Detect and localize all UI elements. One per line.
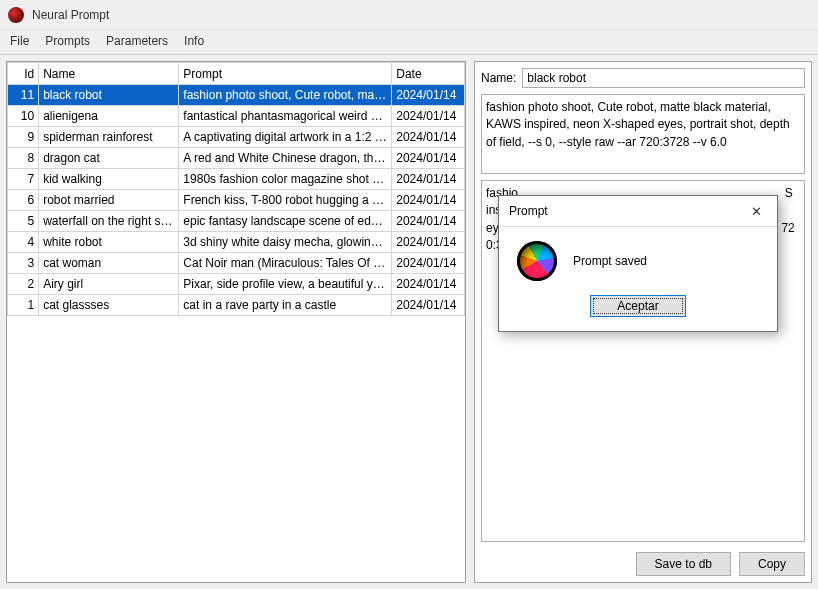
table-row[interactable]: 1cat glasssescat in a rave party in a ca… [8, 295, 465, 316]
cell-name[interactable]: cat glassses [39, 295, 179, 316]
table-row[interactable]: 7kid walking1980s fashion color magazine… [8, 169, 465, 190]
button-row: Save to db Copy [481, 552, 805, 576]
menu-prompts[interactable]: Prompts [39, 32, 96, 50]
cell-date[interactable]: 2024/01/14 [392, 274, 465, 295]
cell-id[interactable]: 4 [8, 232, 39, 253]
dialog-message: Prompt saved [573, 254, 647, 268]
header-name[interactable]: Name [39, 63, 179, 85]
dialog-footer: Aceptar [499, 291, 777, 331]
cell-id[interactable]: 2 [8, 274, 39, 295]
cell-prompt[interactable]: Cat Noir man (Miraculous: Tales Of Lady.… [179, 253, 392, 274]
cell-date[interactable]: 2024/01/14 [392, 148, 465, 169]
cell-name[interactable]: kid walking [39, 169, 179, 190]
cell-id[interactable]: 11 [8, 85, 39, 106]
prompt-saved-dialog: Prompt ✕ Prompt saved Aceptar [498, 195, 778, 332]
menu-file[interactable]: File [4, 32, 35, 50]
cell-date[interactable]: 2024/01/14 [392, 169, 465, 190]
dialog-icon [517, 241, 557, 281]
dialog-ok-button[interactable]: Aceptar [590, 295, 685, 317]
menu-info[interactable]: Info [178, 32, 210, 50]
cell-id[interactable]: 10 [8, 106, 39, 127]
cell-prompt[interactable]: 1980s fashion color magazine shot again.… [179, 169, 392, 190]
app-icon [8, 7, 24, 23]
menu-parameters[interactable]: Parameters [100, 32, 174, 50]
table-row[interactable]: 10alienigenafantastical phantasmagorical… [8, 106, 465, 127]
table-row[interactable]: 9spiderman rainforestA captivating digit… [8, 127, 465, 148]
cell-id[interactable]: 3 [8, 253, 39, 274]
titlebar: Neural Prompt [0, 0, 818, 30]
cell-date[interactable]: 2024/01/14 [392, 106, 465, 127]
cell-date[interactable]: 2024/01/14 [392, 232, 465, 253]
copy-button[interactable]: Copy [739, 552, 805, 576]
prompt-text-box[interactable]: fashion photo shoot, Cute robot, matte b… [481, 94, 805, 174]
table-row[interactable]: 6robot marriedFrench kiss, T-800 robot h… [8, 190, 465, 211]
cell-date[interactable]: 2024/01/14 [392, 295, 465, 316]
table-row[interactable]: 2Airy girlPixar, side profile view, a be… [8, 274, 465, 295]
name-label: Name: [481, 71, 516, 85]
cell-name[interactable]: waterfall on the right side [39, 211, 179, 232]
header-id[interactable]: Id [8, 63, 39, 85]
cell-prompt[interactable]: cat in a rave party in a castle [179, 295, 392, 316]
cell-prompt[interactable]: Pixar, side profile view, a beautiful yo… [179, 274, 392, 295]
cell-prompt[interactable]: A captivating digital artwork in a 1:2 a… [179, 127, 392, 148]
cell-id[interactable]: 6 [8, 190, 39, 211]
cell-prompt[interactable]: A red and White Chinese dragon, the dr..… [179, 148, 392, 169]
app-title: Neural Prompt [32, 8, 109, 22]
cell-name[interactable]: alienigena [39, 106, 179, 127]
table-row[interactable]: 8dragon catA red and White Chinese drago… [8, 148, 465, 169]
name-row: Name: [481, 68, 805, 88]
name-input[interactable] [522, 68, 805, 88]
table-row[interactable]: 5waterfall on the right sideepic fantasy… [8, 211, 465, 232]
close-icon: ✕ [751, 204, 762, 219]
dialog-title-text: Prompt [509, 204, 548, 218]
cell-date[interactable]: 2024/01/14 [392, 253, 465, 274]
cell-date[interactable]: 2024/01/14 [392, 85, 465, 106]
cell-date[interactable]: 2024/01/14 [392, 190, 465, 211]
dialog-body: Prompt saved [499, 227, 777, 291]
header-prompt[interactable]: Prompt [179, 63, 392, 85]
dialog-close-button[interactable]: ✕ [743, 202, 769, 220]
cell-name[interactable]: black robot [39, 85, 179, 106]
table-row[interactable]: 3cat womanCat Noir man (Miraculous: Tale… [8, 253, 465, 274]
cell-id[interactable]: 9 [8, 127, 39, 148]
cell-id[interactable]: 1 [8, 295, 39, 316]
cell-prompt[interactable]: fashion photo shoot, Cute robot, matte .… [179, 85, 392, 106]
cell-date[interactable]: 2024/01/14 [392, 211, 465, 232]
header-date[interactable]: Date [392, 63, 465, 85]
cell-prompt[interactable]: French kiss, T-800 robot hugging a blon.… [179, 190, 392, 211]
table-header-row: Id Name Prompt Date [8, 63, 465, 85]
cell-name[interactable]: white robot [39, 232, 179, 253]
menubar: File Prompts Parameters Info [0, 30, 818, 52]
cell-prompt[interactable]: fantastical phantasmagorical weird creat… [179, 106, 392, 127]
prompts-table-panel: Id Name Prompt Date 11black robotfashion… [6, 61, 466, 583]
cell-name[interactable]: cat woman [39, 253, 179, 274]
table-row[interactable]: 11black robotfashion photo shoot, Cute r… [8, 85, 465, 106]
cell-name[interactable]: Airy girl [39, 274, 179, 295]
cell-id[interactable]: 8 [8, 148, 39, 169]
cell-prompt[interactable]: 3d shiny white daisy mecha, glowing yell… [179, 232, 392, 253]
cell-name[interactable]: spiderman rainforest [39, 127, 179, 148]
cell-id[interactable]: 5 [8, 211, 39, 232]
cell-date[interactable]: 2024/01/14 [392, 127, 465, 148]
save-to-db-button[interactable]: Save to db [636, 552, 731, 576]
table-row[interactable]: 4white robot3d shiny white daisy mecha, … [8, 232, 465, 253]
cell-prompt[interactable]: epic fantasy landscape scene of edge of.… [179, 211, 392, 232]
dialog-titlebar: Prompt ✕ [499, 196, 777, 227]
cell-name[interactable]: dragon cat [39, 148, 179, 169]
cell-id[interactable]: 7 [8, 169, 39, 190]
cell-name[interactable]: robot married [39, 190, 179, 211]
prompts-table[interactable]: Id Name Prompt Date 11black robotfashion… [7, 62, 465, 316]
